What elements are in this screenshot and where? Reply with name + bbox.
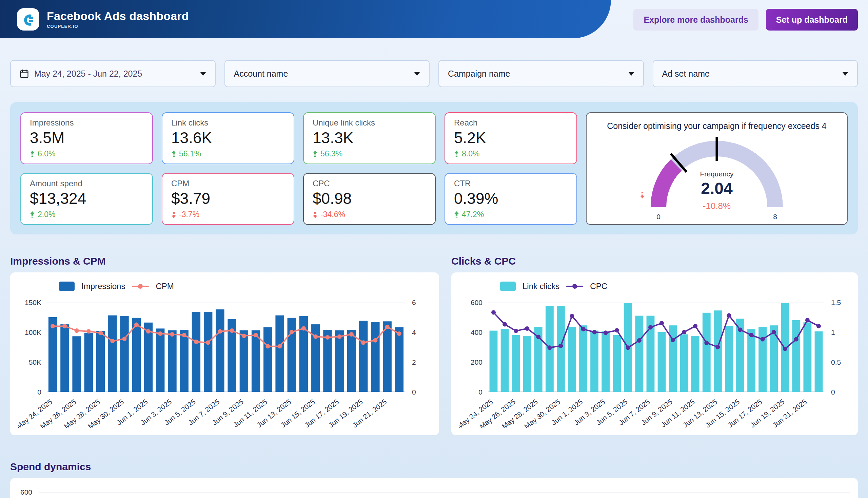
spend-y-tick: 600 — [21, 488, 32, 496]
kpi-panel: Impressions 3.5M 6.0% Link clicks 13.6K … — [10, 102, 858, 234]
ad-set-name-filter[interactable]: Ad set name — [653, 60, 858, 87]
account-name-value: Account name — [234, 69, 288, 79]
trend-up-icon — [454, 211, 459, 218]
chevron-down-icon — [628, 72, 635, 76]
svg-text:0.5: 0.5 — [831, 358, 841, 366]
kpi-delta: 47.2% — [454, 210, 567, 219]
page-subtitle: COUPLER.IO — [47, 24, 189, 29]
ad-set-name-value: Ad set name — [662, 69, 710, 79]
trend-up-icon — [30, 211, 35, 218]
kpi-delta: 56.1% — [171, 149, 285, 158]
coupler-logo-icon — [17, 8, 39, 30]
header-band: Facebook Ads dashboard COUPLER.IO — [0, 0, 611, 38]
svg-text:2: 2 — [412, 358, 416, 366]
impressions-cpm-chart: 050K100K150K0246May 24, 2025May 26, 2025… — [18, 295, 430, 428]
svg-text:100K: 100K — [25, 328, 41, 336]
kpi-delta: 56.3% — [312, 149, 426, 158]
clicks-cpc-chart: 020040060000.511.5May 24, 2025May 26, 20… — [459, 295, 849, 428]
kpi-delta: -3.7% — [171, 210, 285, 219]
cpc-legend-marker — [566, 284, 583, 289]
svg-text:0: 0 — [831, 388, 835, 396]
chevron-down-icon — [414, 72, 420, 76]
gauge-value: 2.04 — [701, 180, 733, 197]
svg-text:150K: 150K — [25, 299, 41, 306]
kpi-card-impressions: Impressions 3.5M 6.0% — [21, 112, 153, 164]
gauge-min-label: 0 — [656, 213, 660, 221]
kpi-delta: 8.0% — [454, 149, 567, 158]
svg-text:50K: 50K — [29, 358, 41, 366]
trend-down-icon — [312, 211, 318, 218]
chevron-down-icon — [842, 72, 848, 76]
section-title-spend-dynamics: Spend dynamics — [10, 461, 858, 473]
svg-text:0: 0 — [37, 388, 41, 396]
impressions-legend-swatch — [59, 281, 75, 291]
gauge-title: Consider optimising your campaign if fre… — [607, 121, 827, 131]
svg-text:1.5: 1.5 — [831, 299, 841, 306]
campaign-name-filter[interactable]: Campaign name — [438, 60, 644, 87]
section-title-clicks-cpc: Clicks & CPC — [451, 255, 516, 267]
date-range-value: May 24, 2025 - Jun 22, 2025 — [34, 69, 142, 79]
kpi-card-link-clicks: Link clicks 13.6K 56.1% — [162, 112, 294, 164]
trend-up-icon — [171, 150, 176, 157]
kpi-delta: 2.0% — [30, 210, 144, 219]
spend-dynamics-chart-card: 600 — [10, 478, 858, 498]
trend-up-icon — [312, 150, 318, 157]
page-title: Facebook Ads dashboard — [47, 10, 189, 23]
clicks-cpc-chart-card: Link clicks CPC 020040060000.511.5May 24… — [451, 272, 858, 435]
link-clicks-legend-swatch — [500, 281, 516, 291]
gauge-delta: -10.8% — [703, 201, 731, 211]
frequency-gauge: Frequency 2.04 -10.8% 0 8 — [601, 132, 832, 221]
cpc-legend-label: CPC — [590, 281, 607, 291]
svg-text:400: 400 — [471, 328, 482, 336]
set-up-dashboard-button[interactable]: Set up dashboard — [766, 9, 858, 30]
trend-up-icon — [30, 150, 35, 157]
trend-up-icon — [454, 150, 459, 157]
account-name-filter[interactable]: Account name — [225, 60, 430, 87]
calendar-icon — [20, 69, 29, 78]
gauge-max-label: 8 — [773, 213, 777, 221]
svg-text:4: 4 — [412, 328, 416, 336]
kpi-card-reach: Reach 5.2K 8.0% — [444, 112, 577, 164]
svg-text:6: 6 — [412, 299, 416, 306]
section-title-impressions-cpm: Impressions & CPM — [10, 255, 439, 267]
kpi-card-cpc: CPC $0.98 -34.6% — [303, 173, 436, 225]
filter-bar: May 24, 2025 - Jun 22, 2025 Account name… — [10, 60, 858, 87]
kpi-card-cpm: CPM $3.79 -3.7% — [162, 173, 294, 225]
clicks-cpc-legend: Link clicks CPC — [500, 281, 850, 291]
kpi-delta: 6.0% — [30, 149, 144, 158]
frequency-gauge-card: Consider optimising your campaign if fre… — [586, 112, 847, 225]
trend-down-icon — [171, 211, 176, 218]
svg-text:1: 1 — [831, 328, 835, 336]
impressions-legend-label: Impressions — [81, 281, 125, 291]
cpm-legend-label: CPM — [156, 281, 174, 291]
date-range-filter[interactable]: May 24, 2025 - Jun 22, 2025 — [10, 60, 216, 87]
campaign-name-value: Campaign name — [448, 69, 510, 79]
chevron-down-icon — [200, 72, 206, 76]
kpi-card-ctr: CTR 0.39% 47.2% — [444, 173, 577, 225]
gauge-label: Frequency — [700, 170, 734, 178]
svg-text:0: 0 — [412, 388, 416, 396]
cpm-legend-marker — [132, 284, 149, 289]
gridline — [39, 492, 850, 493]
explore-more-dashboards-button[interactable]: Explore more dashboards — [633, 9, 758, 30]
app-header: Facebook Ads dashboard COUPLER.IO Explor… — [0, 0, 868, 38]
kpi-card-unique-link-clicks: Unique link clicks 13.3K 56.3% — [303, 112, 436, 164]
link-clicks-legend-label: Link clicks — [522, 281, 559, 291]
kpi-delta: -34.6% — [312, 210, 426, 219]
svg-text:600: 600 — [471, 299, 482, 306]
svg-text:0: 0 — [478, 388, 482, 396]
trend-down-icon — [640, 192, 644, 198]
svg-text:200: 200 — [471, 358, 482, 366]
kpi-card-amount-spend: Amount spend $13,324 2.0% — [21, 173, 153, 225]
impressions-cpm-chart-card: Impressions CPM 050K100K150K0246May 24, … — [10, 272, 439, 435]
impressions-cpm-legend: Impressions CPM — [59, 281, 431, 291]
